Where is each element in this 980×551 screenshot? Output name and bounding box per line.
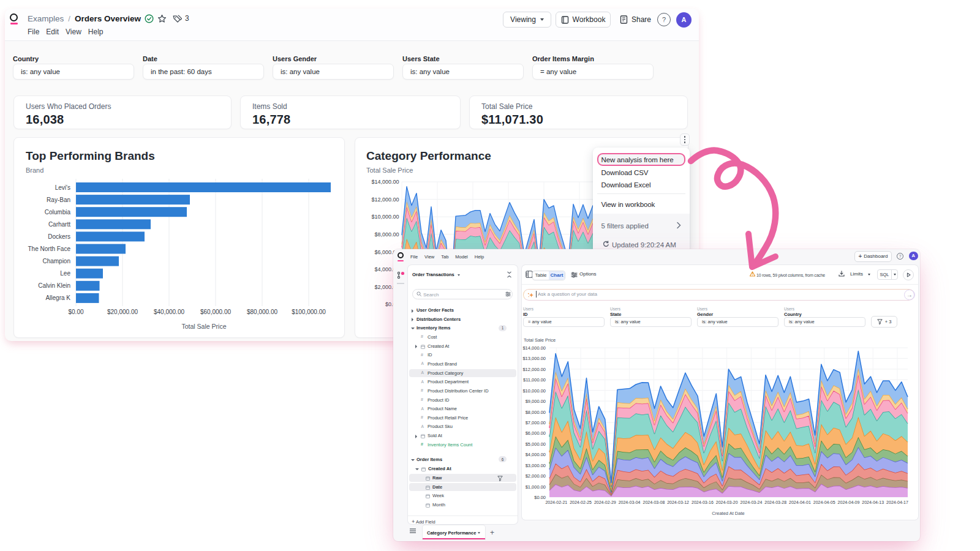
svg-text:2024-03-04: 2024-03-04 — [619, 500, 641, 504]
svg-text:$3,000.00: $3,000.00 — [526, 463, 546, 468]
svg-text:2024-04-01: 2024-04-01 — [789, 500, 811, 504]
svg-text:$7,000.00: $7,000.00 — [526, 420, 546, 425]
svg-text:$13,000.00: $13,000.00 — [522, 356, 546, 361]
svg-text:$8,000.00: $8,000.00 — [526, 410, 546, 415]
svg-text:2024-02-29: 2024-02-29 — [594, 500, 616, 504]
svg-text:Carhartt: Carhartt — [48, 221, 70, 228]
svg-text:$10,000.00: $10,000.00 — [371, 214, 399, 220]
svg-text:$8,000.00: $8,000.00 — [374, 231, 399, 238]
svg-text:Dockers: Dockers — [48, 233, 70, 240]
svg-text:$11,000.00: $11,000.00 — [523, 377, 546, 383]
svg-text:Total Sale Price: Total Sale Price — [182, 323, 227, 330]
svg-text:Created At Date: Created At Date — [712, 511, 744, 516]
svg-text:Levi's: Levi's — [55, 184, 70, 191]
svg-text:$0.00: $0.00 — [68, 309, 83, 315]
svg-text:$10,000.00: $10,000.00 — [522, 388, 546, 394]
svg-text:Ray-Ban: Ray-Ban — [47, 197, 70, 203]
svg-text:2024-03-12: 2024-03-12 — [667, 500, 689, 504]
svg-text:$40,000.00: $40,000.00 — [154, 309, 184, 315]
svg-text:2024-03-20: 2024-03-20 — [716, 500, 738, 504]
svg-text:$12,000.00: $12,000.00 — [371, 197, 399, 203]
svg-text:$80,000.00: $80,000.00 — [247, 309, 277, 315]
svg-text:Lee: Lee — [60, 270, 70, 277]
svg-text:The North Face: The North Face — [28, 246, 71, 252]
svg-text:2024-04-09: 2024-04-09 — [838, 500, 860, 504]
svg-text:$9,000.00: $9,000.00 — [526, 399, 546, 404]
svg-text:$20,000.00: $20,000.00 — [107, 309, 138, 315]
svg-text:Columbia: Columbia — [45, 209, 71, 216]
svg-text:$100,000.00: $100,000.00 — [292, 309, 326, 315]
svg-text:Allegra K: Allegra K — [45, 294, 70, 301]
svg-text:2024-03-24: 2024-03-24 — [740, 500, 762, 504]
svg-text:$5,000.00: $5,000.00 — [526, 441, 546, 447]
svg-text:2024-03-28: 2024-03-28 — [764, 500, 786, 504]
svg-text:2024-04-17: 2024-04-17 — [886, 500, 908, 504]
svg-text:Calvin Klein: Calvin Klein — [38, 282, 70, 289]
svg-text:$2,000.00: $2,000.00 — [526, 473, 546, 479]
svg-text:$1,000.00: $1,000.00 — [526, 484, 546, 490]
svg-text:2024-03-16: 2024-03-16 — [692, 500, 714, 504]
svg-text:$12,000.00: $12,000.00 — [522, 367, 546, 372]
svg-text:$14,000.00: $14,000.00 — [371, 179, 399, 185]
svg-text:2024-02-21: 2024-02-21 — [545, 500, 567, 504]
svg-text:2024-02-25: 2024-02-25 — [570, 500, 592, 504]
svg-text:Champion: Champion — [42, 258, 70, 264]
svg-text:2024-04-05: 2024-04-05 — [813, 500, 835, 504]
svg-text:2024-04-13: 2024-04-13 — [862, 500, 884, 504]
svg-text:2024-03-08: 2024-03-08 — [643, 500, 665, 504]
svg-text:$0.00: $0.00 — [534, 495, 546, 500]
svg-text:$4,000.00: $4,000.00 — [526, 452, 546, 457]
svg-text:$6,000.00: $6,000.00 — [526, 430, 546, 436]
svg-text:$60,000.00: $60,000.00 — [200, 309, 231, 315]
svg-text:$14,000.00: $14,000.00 — [522, 345, 546, 351]
